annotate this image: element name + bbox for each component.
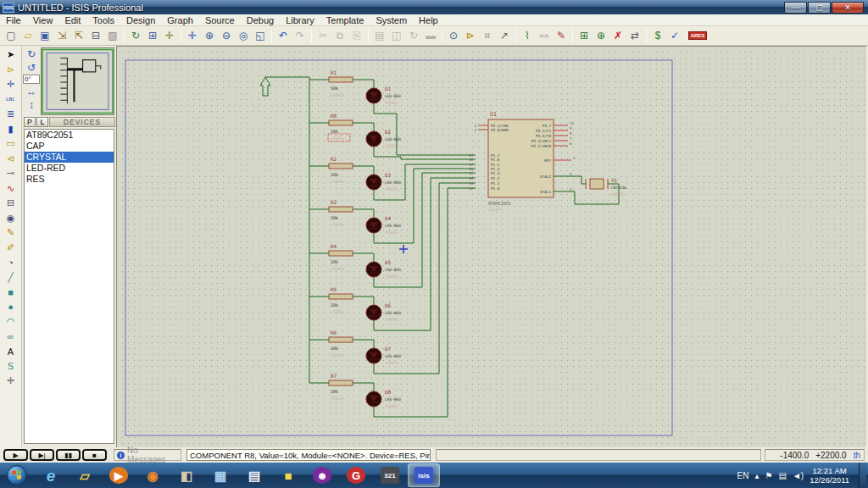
start-button[interactable] — [1, 463, 33, 487]
menu-design[interactable]: Design — [120, 15, 161, 25]
led-ref-D6[interactable]: D6 — [385, 302, 392, 308]
block-copy-icon[interactable]: ▤ — [371, 28, 388, 44]
make-device-icon[interactable]: ⊳ — [462, 28, 479, 44]
resistor-ref-R4[interactable]: R4 — [331, 243, 337, 249]
close-button[interactable]: ✕ — [832, 2, 864, 14]
property-assignment-icon[interactable]: ✎ — [553, 28, 570, 44]
redraw-icon[interactable]: ↻ — [127, 28, 144, 44]
message-indicator[interactable]: i No Messages — [114, 449, 181, 461]
current-probe-icon[interactable]: ✐ — [2, 241, 19, 256]
led-ref-D4[interactable]: D4 — [385, 215, 392, 221]
print-icon[interactable]: ⊟ — [87, 28, 104, 44]
led-ref-D5[interactable]: D5 — [385, 259, 392, 265]
clock[interactable]: 12:21 AM 12/26/2011 — [810, 466, 853, 485]
resistor-ref-R3[interactable]: R3 — [331, 199, 337, 205]
selection-mode-icon[interactable]: ➤ — [2, 47, 19, 63]
menu-tools[interactable]: Tools — [86, 15, 120, 25]
resistor-ref-R8[interactable]: R8 — [331, 113, 337, 119]
pan-icon[interactable]: ✛ — [184, 28, 201, 44]
device-item-res[interactable]: RES — [25, 174, 114, 185]
menu-source[interactable]: Source — [199, 15, 241, 25]
simulation-step-button[interactable]: ▶| — [30, 449, 54, 461]
menu-debug[interactable]: Debug — [241, 15, 280, 25]
origin-icon[interactable]: ✛ — [161, 28, 178, 44]
decompose-icon[interactable]: ↗ — [496, 28, 513, 44]
subcircuit-mode-icon[interactable]: ▭ — [2, 136, 19, 152]
junction-dot-icon[interactable]: ✛ — [2, 77, 19, 92]
display-settings-icon[interactable]: ▦ — [204, 463, 236, 487]
wire-label-icon[interactable]: LBL — [2, 92, 19, 108]
rotation-angle-field[interactable]: 0° — [23, 75, 40, 84]
packaging-tool-icon[interactable]: ⌗ — [479, 28, 496, 44]
zoom-out-icon[interactable]: ⊖ — [218, 28, 235, 44]
sticky-notes-icon[interactable]: ■ — [272, 463, 304, 487]
menu-library[interactable]: Library — [280, 15, 320, 25]
block-rotate-icon[interactable]: ↻ — [405, 28, 422, 44]
led-ref-D7[interactable]: D7 — [385, 346, 392, 352]
resistor-value-R3[interactable]: 10k — [331, 215, 338, 220]
wire-autorouter-icon[interactable]: ⌇ — [519, 28, 536, 44]
save-file-icon[interactable]: ▣ — [36, 28, 53, 44]
netlist-to-ares-icon[interactable]: ARES — [689, 28, 706, 44]
resistor-ref-R7[interactable]: R7 — [331, 373, 337, 379]
block-delete-icon[interactable]: ▬ — [422, 28, 439, 44]
resistor-value-R4[interactable]: 10k — [331, 259, 338, 264]
bill-of-materials-icon[interactable]: $ — [649, 28, 666, 44]
resistor-value-R6[interactable]: 10k — [331, 346, 338, 351]
export-section-icon[interactable]: ⇱ — [70, 28, 87, 44]
simulation-stop-button[interactable]: ■ — [82, 449, 107, 461]
block-move-icon[interactable]: ◫ — [388, 28, 405, 44]
media-player-classic-icon[interactable]: 321 — [374, 463, 406, 487]
simulation-pause-button[interactable]: ▮▮ — [56, 449, 81, 461]
undo-icon[interactable]: ↶ — [275, 28, 292, 44]
mark-output-area-icon[interactable]: ▧ — [104, 28, 121, 44]
import-section-icon[interactable]: ⇲ — [53, 28, 70, 44]
pick-parts-icon[interactable]: ⊙ — [445, 28, 462, 44]
search-tag-icon[interactable]: ∩∩ — [536, 28, 553, 44]
voltage-probe-icon[interactable]: ✎ — [2, 225, 19, 241]
device-item-at89c2051[interactable]: AT89C2051 — [25, 130, 114, 141]
minimize-button[interactable]: — — [784, 2, 807, 14]
led-ref-D2[interactable]: D2 — [385, 129, 392, 135]
notepad-icon[interactable]: ▤ — [238, 463, 270, 487]
maximize-button[interactable]: ▢ — [808, 2, 831, 14]
language-indicator[interactable]: EN — [737, 471, 749, 480]
device-item-led-red[interactable]: LED-RED — [25, 163, 114, 174]
zoom-in-icon[interactable]: ⊕ — [201, 28, 218, 44]
redo-icon[interactable]: ↷ — [292, 28, 309, 44]
resistor-value-R7[interactable]: 10k — [331, 389, 338, 394]
component-mode-icon[interactable]: ⊳ — [2, 63, 19, 78]
new-file-icon[interactable]: ▢ — [3, 28, 19, 44]
path-2d-icon[interactable]: ∞ — [2, 330, 19, 345]
resistor-ref-R2[interactable]: R2 — [331, 156, 337, 162]
action-center-flag-icon[interactable]: ⚑ — [765, 471, 773, 480]
box-2d-icon[interactable]: ■ — [2, 285, 19, 300]
device-item-crystal[interactable]: CRYSTAL — [25, 152, 114, 163]
copy-icon[interactable]: ⧉ — [331, 28, 348, 44]
marker-2d-icon[interactable]: ✛ — [2, 374, 19, 389]
resistor-ref-R6[interactable]: R6 — [331, 330, 337, 336]
internet-explorer-icon[interactable]: e — [35, 463, 67, 487]
open-file-icon[interactable]: ▱ — [19, 28, 36, 44]
resistor-ref-R1[interactable]: R1 — [331, 69, 337, 75]
remove-sheet-icon[interactable]: ✗ — [609, 28, 626, 44]
library-manager-button[interactable]: L — [36, 117, 48, 127]
media-player-icon[interactable]: ▶ — [103, 463, 135, 487]
network-icon[interactable]: ▤ — [778, 471, 786, 480]
show-desktop-button[interactable] — [859, 463, 866, 488]
mirror-horizontal-icon[interactable]: ↔ — [24, 85, 39, 97]
yahoo-messenger-icon[interactable]: ☻ — [306, 463, 338, 487]
zoom-all-icon[interactable]: ◎ — [235, 28, 252, 44]
terminal-mode-icon[interactable]: ⊲ — [2, 152, 19, 167]
volume-icon[interactable]: ◄) — [793, 471, 804, 480]
device-pin-icon[interactable]: ⊸ — [2, 166, 19, 181]
menu-graph[interactable]: Graph — [161, 15, 199, 25]
pick-devices-button[interactable]: P — [24, 117, 36, 127]
led-ref-D8[interactable]: D8 — [385, 389, 392, 395]
mcu-ref[interactable]: U1 — [490, 111, 497, 118]
paint-icon[interactable]: ◧ — [170, 463, 203, 487]
line-2d-icon[interactable]: ╱ — [2, 270, 19, 286]
simulation-play-button[interactable]: ▶ — [3, 449, 28, 461]
symbol-2d-icon[interactable]: S — [2, 359, 19, 374]
text-script-icon[interactable]: ≣ — [2, 107, 19, 122]
